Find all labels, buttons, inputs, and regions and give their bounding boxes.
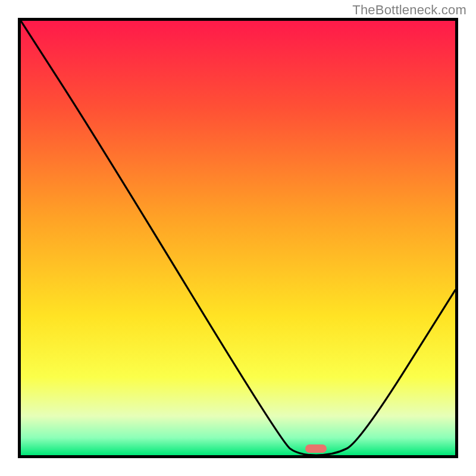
bottleneck-curve — [21, 21, 455, 455]
optimal-point-marker — [305, 444, 327, 453]
plot-area — [18, 18, 458, 458]
watermark-text: TheBottleneck.com — [352, 2, 466, 18]
chart-container: TheBottleneck.com — [0, 0, 476, 476]
curve-layer — [21, 21, 455, 455]
